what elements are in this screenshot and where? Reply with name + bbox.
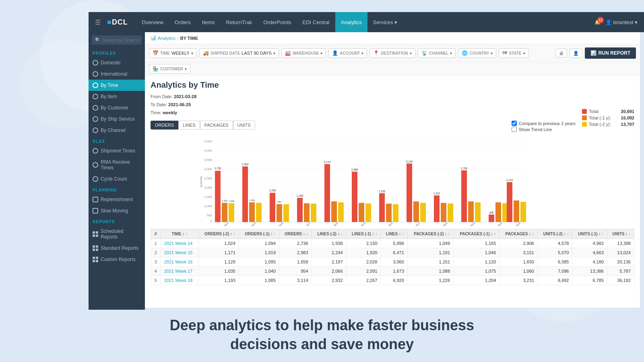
svg-rect-23 (229, 204, 234, 222)
col-ln2[interactable]: LINES (-2) ↕ (312, 229, 346, 239)
custom-icon (93, 257, 98, 262)
nav-orderpoints[interactable]: OrderPoints (258, 12, 297, 32)
nav-items-link[interactable]: Items (196, 12, 221, 32)
byitem-icon (93, 94, 98, 99)
cell-pk2: 1,049 (407, 239, 453, 248)
compare-checkbox[interactable] (512, 121, 517, 126)
col-un[interactable]: UNITS ↕ (607, 229, 634, 239)
section-profiles: PROFILES (89, 48, 145, 57)
filter-state[interactable]: 🗺 STATE ▾ (499, 48, 528, 58)
svg-rect-70 (461, 171, 467, 222)
cell-ln: 6,920 (381, 276, 407, 285)
nav-edi[interactable]: EDI Central (297, 12, 335, 32)
nav-bell[interactable]: 🔔 12 (594, 19, 601, 25)
sidebar-item-scheduled[interactable]: Scheduled Reports (89, 226, 145, 243)
hamburger-icon[interactable]: ☰ (95, 19, 101, 26)
col-ord1[interactable]: ORDERS (-1) ↕ (239, 229, 279, 239)
sidebar-item-byshipservice[interactable]: By Ship Service (89, 113, 145, 125)
col-pk2[interactable]: PACKAGES (-2) ↕ (407, 229, 453, 239)
svg-text:2,000: 2,000 (204, 186, 213, 189)
warehouse-icon: 🏭 (285, 50, 291, 56)
col-un1[interactable]: UNITS (-1) ↕ (572, 229, 607, 239)
filter-channel[interactable]: 📡 CHANNEL ▾ (418, 48, 456, 58)
nav-returntrak[interactable]: ReturnTrak (221, 12, 258, 32)
cell-time[interactable]: 2021 Week 17 (161, 267, 198, 276)
sidebar-item-standard[interactable]: Standard Reports (89, 243, 145, 254)
svg-rect-62 (420, 203, 426, 222)
nav-user[interactable]: 👤 briantest ▾ (605, 19, 638, 25)
breadcrumb-icon: 📊 (151, 35, 156, 41)
filter-bar: 📅 TIME WEEKLY ▾ 🚚 SHIPPED DATE LAST 90 D… (145, 44, 640, 62)
sidebar-item-byitem[interactable]: By Item (89, 91, 145, 102)
cell-ord1: 1,094 (239, 239, 279, 248)
sidebar-item-bycustomer[interactable]: By Customer (89, 102, 145, 113)
sidebar-item-bychannel[interactable]: By Channel (89, 125, 145, 136)
print-button[interactable]: 🖨 (555, 49, 567, 58)
sidebar-item-cyclecount[interactable]: Cycle Count (89, 173, 145, 185)
chart-tab-lines[interactable]: LINES (178, 121, 200, 130)
filter-account[interactable]: 👤 ACCOUNT ▾ (328, 48, 367, 58)
trend-checkbox[interactable] (512, 127, 517, 132)
cell-time[interactable]: 2021 Week 14 (161, 239, 198, 248)
sidebar-item-replenishment[interactable]: Replenishment (89, 194, 145, 205)
sidebar-item-slowmoving[interactable]: Slow Moving (89, 205, 145, 216)
col-pk1[interactable]: PACKAGES (-1) ↕ (454, 229, 500, 239)
replenish-icon (93, 197, 98, 202)
sidebar-item-rmareceive[interactable]: RMA Receive Times (89, 156, 145, 173)
col-pk[interactable]: PACKAGES ↕ (500, 229, 538, 239)
col-ln1[interactable]: LINES (-1) ↕ (346, 229, 381, 239)
filter-shipped[interactable]: 🚚 SHIPPED DATE LAST 90 DAYS ▾ (199, 48, 279, 58)
svg-rect-40 (297, 198, 303, 222)
breadcrumb-parent[interactable]: Analytics (158, 36, 175, 41)
filter-destination[interactable]: 📍 DESTINATION ▾ (369, 48, 415, 58)
col-ord2[interactable]: ORDERS (-2) ↕ (198, 229, 239, 239)
slow-icon (93, 208, 98, 214)
chart-controls: ORDERS LINES PACKAGES UNITS (151, 121, 255, 130)
svg-text:2,500: 2,500 (204, 177, 213, 180)
chart-tab-packages[interactable]: PACKAGES (200, 121, 233, 130)
nav-orders[interactable]: Orders (169, 12, 196, 32)
filter-customer[interactable]: 🏪 CUSTOMER ▾ (149, 64, 190, 74)
chart-tab-orders[interactable]: ORDERS (151, 121, 178, 130)
svg-rect-81 (514, 201, 519, 222)
trend-option[interactable]: Show Trend Line (512, 127, 576, 132)
filter-time[interactable]: 📅 TIME WEEKLY ▾ (149, 48, 197, 58)
cell-ln: 6,471 (381, 248, 407, 257)
filter-country[interactable]: 🌐 COUNTRY ▾ (458, 48, 496, 58)
cell-un2: 6,692 (537, 276, 572, 285)
filter-warehouse[interactable]: 🏭 WAREHOUSE ▾ (281, 48, 326, 58)
cell-time[interactable]: 2021 Week 16 (161, 257, 198, 267)
search-input[interactable] (102, 38, 138, 43)
sidebar-item-international[interactable]: International (89, 68, 145, 80)
compare-option[interactable]: Compare to previous 2 years (512, 121, 576, 126)
nav-analytics[interactable]: Analytics (335, 12, 367, 32)
table-row: 5 2021 Week 18 1,193 1,085 3,114 2,932 2… (151, 276, 634, 285)
to-date-label: To Date: (151, 102, 167, 107)
nav-overview[interactable]: Overview (136, 12, 169, 32)
cell-pk1: 1,075 (454, 267, 500, 276)
sidebar-item-bytime[interactable]: By Time (89, 80, 145, 91)
svg-rect-22 (222, 203, 227, 222)
sidebar-item-shipmenttimes[interactable]: Shipment Times (89, 145, 145, 156)
col-ln[interactable]: LINES ↕ (381, 229, 407, 239)
cell-time[interactable]: 2021 Week 18 (161, 276, 198, 285)
col-ord[interactable]: ORDERS ↕ (279, 229, 312, 239)
svg-rect-36 (283, 204, 289, 222)
col-time[interactable]: TIME ↕ (161, 229, 198, 239)
sidebar-item-domestic[interactable]: Domestic (89, 57, 145, 68)
chevron-shipped: ▾ (273, 51, 275, 56)
chart-tab-units[interactable]: UNITS (233, 121, 255, 130)
export-button[interactable]: 👤 (570, 49, 582, 58)
nav-services[interactable]: Services ▾ (367, 12, 403, 32)
run-report-button[interactable]: 📊 RUN REPORT (585, 47, 636, 59)
sidebar-item-custom[interactable]: Custom Reports (89, 254, 145, 265)
nav-right: 🔔 12 👤 briantest ▾ (594, 19, 638, 25)
bychannel-icon (93, 128, 98, 133)
col-un2[interactable]: UNITS (-2) ↕ (537, 229, 572, 239)
sidebar-search[interactable]: 🔍 (92, 35, 142, 45)
cell-time[interactable]: 2021 Week 15 (161, 248, 198, 257)
svg-rect-45 (324, 164, 330, 222)
svg-rect-67 (448, 204, 453, 222)
svg-text:1,000: 1,000 (204, 204, 213, 208)
cell-ord2: 1,024 (198, 239, 239, 248)
